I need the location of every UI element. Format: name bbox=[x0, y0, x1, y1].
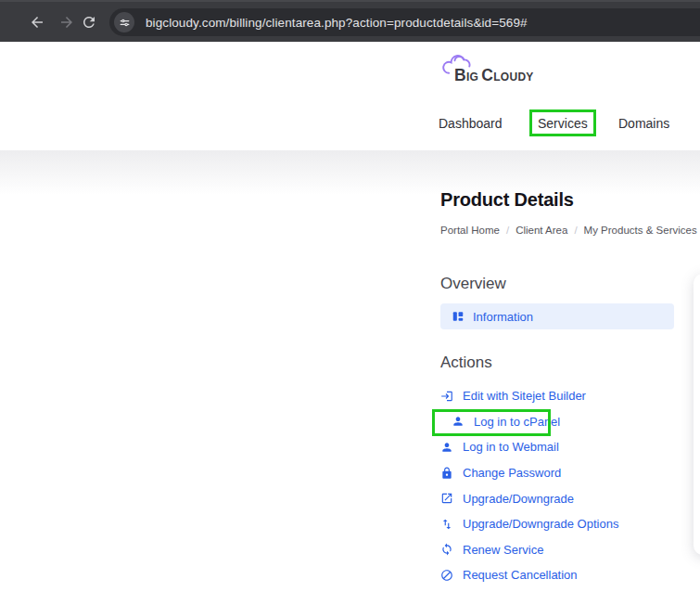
nav-item-dashboard[interactable]: Dashboard bbox=[439, 116, 503, 131]
url-text: bigcloudy.com/billing/clientarea.php?act… bbox=[146, 16, 528, 30]
lock-icon bbox=[440, 467, 453, 480]
information-label: Information bbox=[473, 310, 533, 324]
person-icon bbox=[452, 415, 465, 428]
action-login-cpanel[interactable]: Log in to cPanel bbox=[440, 409, 691, 435]
browser-window: bigcloudy.com/billing/clientarea.php?act… bbox=[0, 0, 700, 592]
breadcrumb-my-products[interactable]: My Products & Services bbox=[584, 225, 697, 236]
action-upgrade-options[interactable]: Upgrade/Downgrade Options bbox=[440, 511, 691, 537]
url-bar[interactable]: bigcloudy.com/billing/clientarea.php?act… bbox=[109, 8, 700, 36]
forward-icon[interactable] bbox=[58, 14, 75, 31]
browser-toolbar: bigcloudy.com/billing/clientarea.php?act… bbox=[0, 0, 700, 42]
main-nav: Dashboard Services Domains bbox=[0, 42, 700, 150]
back-icon[interactable] bbox=[29, 14, 45, 31]
sync-icon bbox=[440, 543, 453, 556]
nav-item-domains[interactable]: Domains bbox=[618, 116, 669, 131]
breadcrumb-client-area[interactable]: Client Area bbox=[515, 225, 567, 236]
nav-item-services[interactable]: Services bbox=[538, 116, 588, 131]
action-edit-sitejet[interactable]: Edit with Sitejet Builder bbox=[440, 383, 691, 409]
sidebar-item-information[interactable]: Information bbox=[440, 303, 674, 329]
action-renew-service[interactable]: Renew Service bbox=[440, 537, 691, 563]
page-title: Product Details bbox=[440, 189, 574, 211]
action-change-password[interactable]: Change Password bbox=[440, 460, 691, 486]
reload-icon[interactable] bbox=[81, 14, 97, 31]
breadcrumb-portal-home[interactable]: Portal Home bbox=[440, 225, 500, 236]
dashboard-icon bbox=[452, 310, 465, 323]
person-icon bbox=[440, 441, 453, 454]
actions-list: Edit with Sitejet Builder Log in to cPan… bbox=[440, 383, 691, 588]
open-in-new-icon bbox=[440, 492, 453, 505]
header-shadow-band bbox=[0, 150, 700, 195]
block-icon bbox=[440, 569, 453, 582]
overview-heading: Overview bbox=[440, 275, 506, 293]
action-upgrade-downgrade[interactable]: Upgrade/Downgrade bbox=[440, 485, 691, 511]
site-header: BigCloudy Dashboard Services Domains bbox=[0, 42, 700, 150]
breadcrumb-separator: / bbox=[506, 225, 509, 236]
site-info-icon[interactable] bbox=[114, 12, 134, 32]
action-login-webmail[interactable]: Log in to Webmail bbox=[440, 434, 691, 460]
action-request-cancellation[interactable]: Request Cancellation bbox=[440, 562, 691, 588]
actions-heading: Actions bbox=[440, 354, 492, 372]
content-card-edge bbox=[694, 274, 700, 555]
login-icon bbox=[440, 390, 453, 403]
breadcrumb: Portal Home / Client Area / My Products … bbox=[440, 225, 700, 236]
swap-vert-icon bbox=[440, 518, 453, 531]
breadcrumb-separator: / bbox=[574, 225, 577, 236]
